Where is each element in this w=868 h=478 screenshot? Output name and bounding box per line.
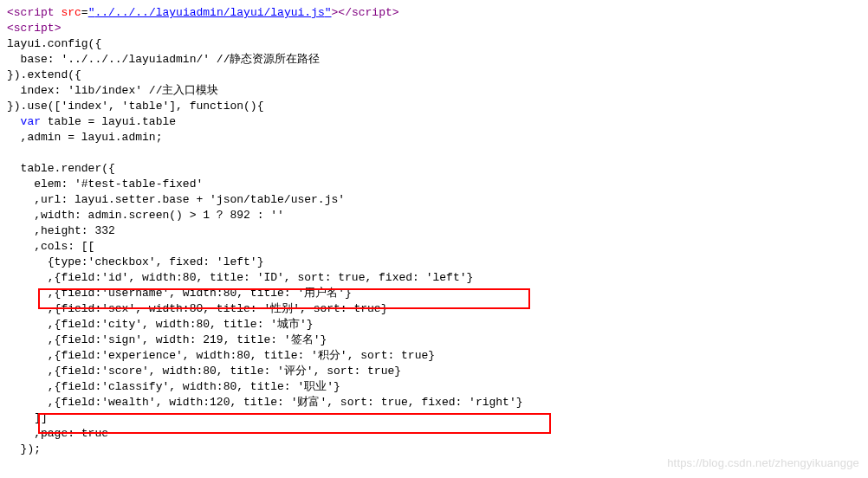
code-line: <script src="../../../layuiadmin/layui/l… [7,6,399,19]
code-line: table.render({ [7,162,115,175]
attr-name: src [61,6,81,19]
kw-var: var [21,115,41,128]
code-line: ,{field:'username', width:80, title: '用户… [7,287,352,300]
tag-open: < [7,6,14,19]
code-line: ,{field:'classify', width:80, title: '职业… [7,380,340,393]
code-line: <script> [7,22,61,35]
eq: = [81,6,88,19]
code-line: ,height: 332 [7,224,115,237]
tag-open: </ [338,6,352,19]
tag-open: < [7,22,14,35]
indent [7,115,21,128]
code-line: ,width: admin.screen() > 1 ? 892 : '' [7,209,284,222]
tag-close: > [392,6,399,19]
code-line: ,{field:'wealth', width:120, title: '财富'… [7,396,523,409]
tag-close: > [55,22,62,35]
code-line: elem: '#test-table-fixed' [7,178,203,191]
code-line: ,{field:'id', width:80, title: 'ID', sor… [7,271,473,284]
code-line: ,{field:'city', width:80, title: '城市'} [7,318,314,331]
tag-name: script [14,22,55,35]
code-line: {type:'checkbox', fixed: 'left'} [7,255,263,268]
code-line: base: '../../../layuiadmin/' //静态资源所在路径 [7,53,320,66]
code-line: ,{field:'experience', width:80, title: '… [7,349,435,362]
watermark-text: https://blog.csdn.net/zhengyikuangge [667,455,859,471]
code-line: }).extend({ [7,68,81,81]
code-line: index: 'lib/index' //主入口模块 [7,84,218,97]
code-line: ,page: true [7,427,108,440]
code-line: ,{field:'sign', width: 219, title: '签名'} [7,333,327,346]
quote: " [325,6,332,19]
code-line: ,url: layui.setter.base + 'json/table/us… [7,193,345,206]
code-block: <script src="../../../layuiadmin/layui/l… [0,0,868,462]
tag-name: script [352,6,392,19]
code-line: ,{field:'score', width:80, title: '评分', … [7,365,401,378]
code-line: ]] [7,411,48,424]
code-line: var table = layui.table [7,115,176,128]
code-line: layui.config({ [7,37,101,50]
code-line: ,admin = layui.admin; [7,131,162,144]
code-text: table = layui.table [41,115,176,128]
code-line: ,{field:'sex', width:80, title: '性别', so… [7,302,387,315]
code-line: }).use(['index', 'table'], function(){ [7,100,263,113]
tag-name: script [14,6,55,19]
src-path: ../../../layuiadmin/layui/layui.js [94,6,324,19]
code-line: ,cols: [[ [7,240,94,253]
code-line: }); [7,442,41,455]
